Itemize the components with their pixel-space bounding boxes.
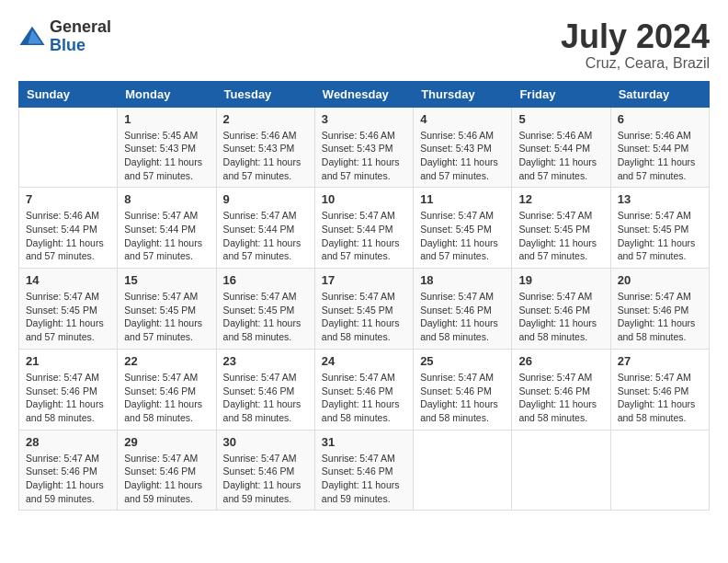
logo-text: General Blue <box>50 18 111 55</box>
day-number: 25 <box>420 354 505 368</box>
day-number: 26 <box>518 354 603 368</box>
day-info: Sunrise: 5:46 AM Sunset: 5:44 PM Dayligh… <box>518 129 603 183</box>
day-info: Sunrise: 5:46 AM Sunset: 5:44 PM Dayligh… <box>26 209 110 263</box>
day-number: 2 <box>223 112 308 126</box>
day-info: Sunrise: 5:47 AM Sunset: 5:45 PM Dayligh… <box>322 290 406 344</box>
day-cell-16: 16Sunrise: 5:47 AM Sunset: 5:45 PM Dayli… <box>216 269 314 350</box>
day-cell-11: 11Sunrise: 5:47 AM Sunset: 5:45 PM Dayli… <box>414 188 512 269</box>
day-cell-7: 7Sunrise: 5:46 AM Sunset: 5:44 PM Daylig… <box>19 188 118 269</box>
logo: General Blue <box>18 18 111 55</box>
day-info: Sunrise: 5:45 AM Sunset: 5:43 PM Dayligh… <box>124 129 209 183</box>
day-cell-14: 14Sunrise: 5:47 AM Sunset: 5:45 PM Dayli… <box>19 269 118 350</box>
day-cell-31: 31Sunrise: 5:47 AM Sunset: 5:46 PM Dayli… <box>314 430 413 511</box>
day-number: 18 <box>420 273 505 287</box>
day-info: Sunrise: 5:47 AM Sunset: 5:46 PM Dayligh… <box>26 452 110 506</box>
day-info: Sunrise: 5:47 AM Sunset: 5:45 PM Dayligh… <box>223 290 308 344</box>
day-info: Sunrise: 5:47 AM Sunset: 5:46 PM Dayligh… <box>518 371 603 425</box>
weekday-header-monday: Monday <box>118 81 216 107</box>
day-info: Sunrise: 5:47 AM Sunset: 5:46 PM Dayligh… <box>26 371 110 425</box>
day-number: 17 <box>322 273 406 287</box>
day-number: 8 <box>124 192 209 206</box>
day-info: Sunrise: 5:47 AM Sunset: 5:45 PM Dayligh… <box>124 290 209 344</box>
day-number: 31 <box>322 435 406 449</box>
empty-cell <box>414 430 512 511</box>
day-number: 1 <box>124 112 209 126</box>
day-cell-6: 6Sunrise: 5:46 AM Sunset: 5:44 PM Daylig… <box>610 107 709 188</box>
header: General Blue July 2024 Cruz, Ceara, Braz… <box>18 18 710 72</box>
month-title: July 2024 <box>561 18 710 55</box>
day-cell-22: 22Sunrise: 5:47 AM Sunset: 5:46 PM Dayli… <box>118 349 216 430</box>
day-cell-25: 25Sunrise: 5:47 AM Sunset: 5:46 PM Dayli… <box>414 349 512 430</box>
day-cell-10: 10Sunrise: 5:47 AM Sunset: 5:44 PM Dayli… <box>314 188 413 269</box>
day-number: 19 <box>518 273 603 287</box>
day-info: Sunrise: 5:47 AM Sunset: 5:46 PM Dayligh… <box>518 290 603 344</box>
weekday-header-thursday: Thursday <box>414 81 512 107</box>
day-number: 7 <box>26 192 110 206</box>
day-info: Sunrise: 5:46 AM Sunset: 5:44 PM Dayligh… <box>618 129 702 183</box>
day-cell-5: 5Sunrise: 5:46 AM Sunset: 5:44 PM Daylig… <box>512 107 610 188</box>
weekday-header-saturday: Saturday <box>610 81 709 107</box>
day-cell-4: 4Sunrise: 5:46 AM Sunset: 5:43 PM Daylig… <box>414 107 512 188</box>
day-number: 28 <box>26 435 110 449</box>
title-section: July 2024 Cruz, Ceara, Brazil <box>561 18 710 72</box>
day-cell-8: 8Sunrise: 5:47 AM Sunset: 5:44 PM Daylig… <box>118 188 216 269</box>
week-row-3: 14Sunrise: 5:47 AM Sunset: 5:45 PM Dayli… <box>19 269 710 350</box>
weekday-header-friday: Friday <box>512 81 610 107</box>
day-info: Sunrise: 5:47 AM Sunset: 5:46 PM Dayligh… <box>223 452 308 506</box>
day-number: 11 <box>420 192 505 206</box>
day-info: Sunrise: 5:46 AM Sunset: 5:43 PM Dayligh… <box>420 129 505 183</box>
day-number: 15 <box>124 273 209 287</box>
day-cell-30: 30Sunrise: 5:47 AM Sunset: 5:46 PM Dayli… <box>216 430 314 511</box>
day-info: Sunrise: 5:46 AM Sunset: 5:43 PM Dayligh… <box>322 129 406 183</box>
week-row-2: 7Sunrise: 5:46 AM Sunset: 5:44 PM Daylig… <box>19 188 710 269</box>
day-number: 3 <box>322 112 406 126</box>
day-info: Sunrise: 5:47 AM Sunset: 5:46 PM Dayligh… <box>420 371 505 425</box>
day-cell-24: 24Sunrise: 5:47 AM Sunset: 5:46 PM Dayli… <box>314 349 413 430</box>
empty-cell <box>610 430 709 511</box>
day-cell-28: 28Sunrise: 5:47 AM Sunset: 5:46 PM Dayli… <box>19 430 118 511</box>
week-row-1: 1Sunrise: 5:45 AM Sunset: 5:43 PM Daylig… <box>19 107 710 188</box>
day-number: 5 <box>518 112 603 126</box>
day-number: 23 <box>223 354 308 368</box>
day-cell-29: 29Sunrise: 5:47 AM Sunset: 5:46 PM Dayli… <box>118 430 216 511</box>
day-cell-15: 15Sunrise: 5:47 AM Sunset: 5:45 PM Dayli… <box>118 269 216 350</box>
week-row-5: 28Sunrise: 5:47 AM Sunset: 5:46 PM Dayli… <box>19 430 710 511</box>
day-cell-21: 21Sunrise: 5:47 AM Sunset: 5:46 PM Dayli… <box>19 349 118 430</box>
day-info: Sunrise: 5:47 AM Sunset: 5:45 PM Dayligh… <box>420 209 505 263</box>
day-cell-2: 2Sunrise: 5:46 AM Sunset: 5:43 PM Daylig… <box>216 107 314 188</box>
day-info: Sunrise: 5:47 AM Sunset: 5:44 PM Dayligh… <box>322 209 406 263</box>
day-info: Sunrise: 5:47 AM Sunset: 5:46 PM Dayligh… <box>223 371 308 425</box>
weekday-header-wednesday: Wednesday <box>314 81 413 107</box>
day-cell-26: 26Sunrise: 5:47 AM Sunset: 5:46 PM Dayli… <box>512 349 610 430</box>
day-number: 14 <box>26 273 110 287</box>
day-info: Sunrise: 5:47 AM Sunset: 5:46 PM Dayligh… <box>322 452 406 506</box>
day-cell-12: 12Sunrise: 5:47 AM Sunset: 5:45 PM Dayli… <box>512 188 610 269</box>
day-cell-27: 27Sunrise: 5:47 AM Sunset: 5:46 PM Dayli… <box>610 349 709 430</box>
day-info: Sunrise: 5:47 AM Sunset: 5:46 PM Dayligh… <box>420 290 505 344</box>
day-cell-13: 13Sunrise: 5:47 AM Sunset: 5:45 PM Dayli… <box>610 188 709 269</box>
location-title: Cruz, Ceara, Brazil <box>561 55 710 72</box>
day-info: Sunrise: 5:46 AM Sunset: 5:43 PM Dayligh… <box>223 129 308 183</box>
day-number: 10 <box>322 192 406 206</box>
day-cell-20: 20Sunrise: 5:47 AM Sunset: 5:46 PM Dayli… <box>610 269 709 350</box>
day-info: Sunrise: 5:47 AM Sunset: 5:46 PM Dayligh… <box>124 452 209 506</box>
day-number: 29 <box>124 435 209 449</box>
day-info: Sunrise: 5:47 AM Sunset: 5:45 PM Dayligh… <box>26 290 110 344</box>
day-number: 12 <box>518 192 603 206</box>
day-number: 30 <box>223 435 308 449</box>
day-info: Sunrise: 5:47 AM Sunset: 5:46 PM Dayligh… <box>322 371 406 425</box>
day-cell-1: 1Sunrise: 5:45 AM Sunset: 5:43 PM Daylig… <box>118 107 216 188</box>
day-number: 4 <box>420 112 505 126</box>
day-number: 16 <box>223 273 308 287</box>
weekday-header-sunday: Sunday <box>19 81 118 107</box>
week-row-4: 21Sunrise: 5:47 AM Sunset: 5:46 PM Dayli… <box>19 349 710 430</box>
day-number: 13 <box>618 192 702 206</box>
weekday-header-row: SundayMondayTuesdayWednesdayThursdayFrid… <box>19 81 710 107</box>
logo-icon <box>18 23 46 51</box>
day-number: 6 <box>618 112 702 126</box>
day-info: Sunrise: 5:47 AM Sunset: 5:46 PM Dayligh… <box>618 371 702 425</box>
day-info: Sunrise: 5:47 AM Sunset: 5:45 PM Dayligh… <box>518 209 603 263</box>
calendar-table: SundayMondayTuesdayWednesdayThursdayFrid… <box>18 81 710 511</box>
day-cell-3: 3Sunrise: 5:46 AM Sunset: 5:43 PM Daylig… <box>314 107 413 188</box>
day-cell-17: 17Sunrise: 5:47 AM Sunset: 5:45 PM Dayli… <box>314 269 413 350</box>
